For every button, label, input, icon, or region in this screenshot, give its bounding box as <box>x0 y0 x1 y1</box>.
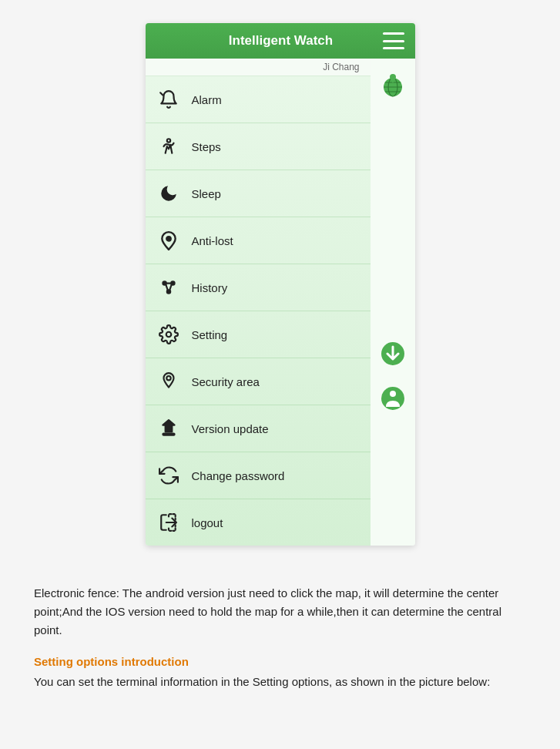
security-area-label: Security area <box>192 375 260 388</box>
anti-lost-icon <box>156 228 181 253</box>
version-update-label: Version update <box>192 422 269 435</box>
svg-point-1 <box>166 139 169 142</box>
menu-bar-2 <box>383 40 404 42</box>
steps-icon <box>156 134 181 159</box>
change-password-icon <box>156 463 181 488</box>
svg-line-8 <box>169 284 172 291</box>
menu-item-anti-lost[interactable]: Anti-lost <box>146 217 371 264</box>
svg-line-7 <box>166 284 168 291</box>
svg-point-9 <box>166 332 171 338</box>
download-arrow-icon[interactable] <box>380 341 406 367</box>
menu-list: Alarm Steps <box>146 76 371 546</box>
menu-item-sleep[interactable]: Sleep <box>146 170 371 217</box>
menu-item-alarm[interactable]: Alarm <box>146 76 371 123</box>
security-area-icon <box>156 369 181 394</box>
float-icons-column <box>371 59 415 546</box>
history-label: History <box>192 281 228 294</box>
change-password-label: Change password <box>192 469 285 482</box>
menu-item-change-password[interactable]: Change password <box>146 452 371 499</box>
setting-icon <box>156 322 181 347</box>
globe-icon[interactable] <box>380 72 406 99</box>
svg-marker-11 <box>163 420 174 432</box>
svg-point-23 <box>390 391 396 397</box>
section-body: You can set the terminal information in … <box>34 673 526 691</box>
sleep-label: Sleep <box>192 187 221 200</box>
down-arrow-icon-row <box>380 333 406 374</box>
hamburger-menu-icon[interactable] <box>383 32 404 49</box>
menu-bar-1 <box>383 32 404 35</box>
menu-item-setting[interactable]: Setting <box>146 311 371 358</box>
person-icon[interactable] <box>380 385 406 411</box>
setting-label: Setting <box>192 328 228 341</box>
menu-item-logout[interactable]: logout <box>146 499 371 546</box>
sleep-icon <box>156 181 181 206</box>
svg-rect-12 <box>163 434 174 435</box>
menu-item-version-update[interactable]: Version update <box>146 405 371 452</box>
page-wrapper: Intelligent Watch Ji Chang <box>0 15 560 734</box>
steps-label: Steps <box>192 140 221 153</box>
version-update-icon <box>156 416 181 441</box>
section-heading: Setting options introduction <box>34 655 526 668</box>
menu-item-security-area[interactable]: Security area <box>146 358 371 405</box>
anti-lost-label: Anti-lost <box>192 234 233 247</box>
logout-label: logout <box>192 516 223 529</box>
alarm-icon <box>156 87 181 112</box>
svg-line-0 <box>160 92 163 95</box>
svg-point-19 <box>390 74 396 80</box>
globe-icon-row <box>380 65 406 106</box>
person-icon-row <box>380 378 406 419</box>
alarm-label: Alarm <box>192 93 222 106</box>
menu-item-history[interactable]: History <box>146 264 371 311</box>
logout-icon <box>156 510 181 535</box>
phone-body: Ji Chang Alarm <box>146 59 415 546</box>
menu-bar-3 <box>383 47 404 49</box>
menu-item-steps[interactable]: Steps <box>146 123 371 170</box>
svg-point-2 <box>166 237 170 240</box>
app-title: Intelligent Watch <box>179 33 383 49</box>
text-section: Electronic fence: The android version ju… <box>0 569 560 707</box>
app-header: Intelligent Watch <box>146 23 415 59</box>
phone-container: Intelligent Watch Ji Chang <box>146 23 415 546</box>
history-icon <box>156 275 181 300</box>
main-paragraph: Electronic fence: The android version ju… <box>34 584 526 640</box>
user-label: Ji Chang <box>318 62 364 72</box>
svg-point-10 <box>166 376 170 380</box>
menu-column: Ji Chang Alarm <box>146 59 371 546</box>
